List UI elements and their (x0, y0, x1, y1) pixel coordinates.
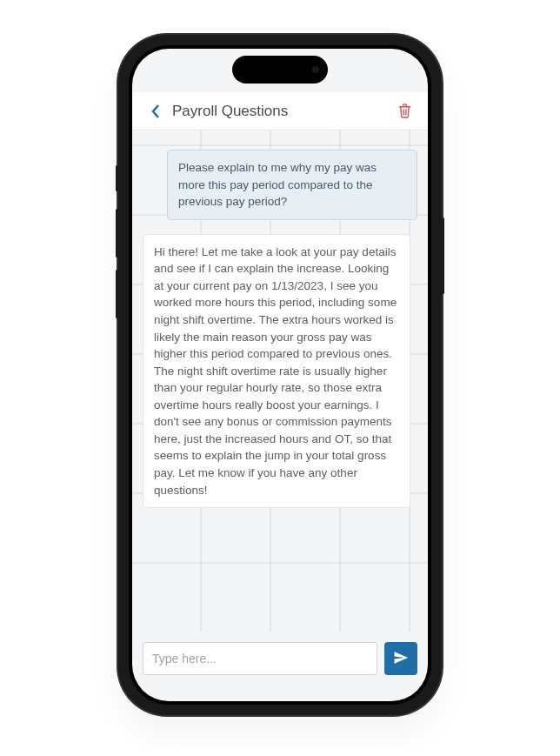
phone-frame: Payroll Questions Please explain to me w… (118, 35, 442, 715)
page-title: Payroll Questions (172, 103, 393, 120)
app-header: Payroll Questions (132, 92, 428, 130)
volume-up (116, 209, 118, 258)
mute-switch (116, 165, 118, 191)
delete-button[interactable] (393, 100, 416, 123)
message-input[interactable] (143, 642, 377, 675)
back-button[interactable] (144, 100, 167, 123)
send-button[interactable] (384, 642, 417, 675)
assistant-message: Hi there! Let me take a look at your pay… (143, 234, 410, 508)
screen: Payroll Questions Please explain to me w… (132, 49, 428, 701)
volume-down (116, 270, 118, 318)
phone-bezel: Payroll Questions Please explain to me w… (129, 45, 431, 705)
dynamic-island (232, 56, 328, 84)
user-message: Please explain to me why my pay was more… (167, 150, 417, 220)
send-icon (393, 650, 409, 668)
power-button (442, 217, 444, 294)
composer (132, 632, 428, 686)
chat-area: Please explain to me why my pay was more… (132, 130, 428, 632)
